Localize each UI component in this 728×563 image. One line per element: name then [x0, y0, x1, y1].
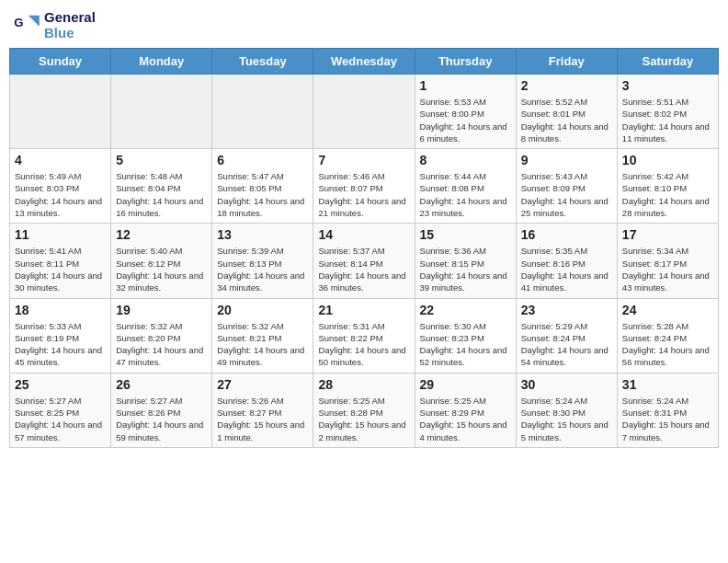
day-info: Sunrise: 5:25 AM Sunset: 8:28 PM Dayligh… [318, 395, 409, 443]
day-of-week-header: Tuesday [212, 49, 313, 75]
day-info: Sunrise: 5:37 AM Sunset: 8:14 PM Dayligh… [318, 245, 409, 293]
day-number: 18 [15, 303, 106, 317]
calendar-header: SundayMondayTuesdayWednesdayThursdayFrid… [10, 49, 719, 75]
day-number: 31 [622, 377, 713, 392]
day-info: Sunrise: 5:29 AM Sunset: 8:24 PM Dayligh… [521, 320, 612, 369]
calendar-cell: 10Sunrise: 5:42 AM Sunset: 8:10 PM Dayli… [617, 149, 718, 224]
calendar-cell: 31Sunrise: 5:24 AM Sunset: 8:31 PM Dayli… [617, 373, 718, 447]
day-number: 20 [217, 303, 308, 317]
day-number: 7 [318, 153, 409, 167]
day-info: Sunrise: 5:51 AM Sunset: 8:02 PM Dayligh… [622, 96, 713, 144]
calendar-cell [111, 75, 212, 149]
calendar-cell [313, 75, 415, 149]
calendar-cell [212, 75, 313, 149]
calendar-cell: 20Sunrise: 5:32 AM Sunset: 8:21 PM Dayli… [212, 298, 313, 373]
page-header: G General Blue [9, 9, 719, 40]
day-of-week-header: Friday [516, 49, 617, 75]
day-info: Sunrise: 5:32 AM Sunset: 8:20 PM Dayligh… [116, 320, 207, 369]
day-info: Sunrise: 5:52 AM Sunset: 8:01 PM Dayligh… [521, 96, 612, 144]
calendar-cell: 25Sunrise: 5:27 AM Sunset: 8:25 PM Dayli… [10, 373, 111, 447]
calendar-week-row: 11Sunrise: 5:41 AM Sunset: 8:11 PM Dayli… [10, 224, 719, 298]
day-of-week-header: Saturday [617, 49, 718, 75]
day-number: 14 [318, 227, 409, 242]
day-number: 28 [318, 377, 409, 392]
day-number: 13 [217, 227, 308, 242]
day-info: Sunrise: 5:34 AM Sunset: 8:17 PM Dayligh… [622, 245, 713, 293]
calendar-cell: 4Sunrise: 5:49 AM Sunset: 8:03 PM Daylig… [10, 149, 111, 224]
logo-text-line2: Blue [44, 25, 96, 40]
calendar-cell: 16Sunrise: 5:35 AM Sunset: 8:16 PM Dayli… [516, 224, 617, 298]
calendar-cell: 6Sunrise: 5:47 AM Sunset: 8:05 PM Daylig… [212, 149, 313, 224]
day-info: Sunrise: 5:36 AM Sunset: 8:15 PM Dayligh… [420, 245, 511, 293]
calendar-cell: 7Sunrise: 5:46 AM Sunset: 8:07 PM Daylig… [313, 149, 415, 224]
day-number: 22 [420, 303, 511, 317]
day-info: Sunrise: 5:28 AM Sunset: 8:24 PM Dayligh… [622, 320, 713, 369]
day-info: Sunrise: 5:39 AM Sunset: 8:13 PM Dayligh… [217, 245, 308, 293]
calendar-cell: 1Sunrise: 5:53 AM Sunset: 8:00 PM Daylig… [415, 75, 516, 149]
calendar-cell: 18Sunrise: 5:33 AM Sunset: 8:19 PM Dayli… [10, 298, 111, 373]
day-info: Sunrise: 5:33 AM Sunset: 8:19 PM Dayligh… [15, 320, 106, 369]
calendar-cell: 27Sunrise: 5:26 AM Sunset: 8:27 PM Dayli… [212, 373, 313, 447]
calendar-cell [10, 75, 111, 149]
day-info: Sunrise: 5:31 AM Sunset: 8:22 PM Dayligh… [318, 320, 409, 369]
calendar-cell: 9Sunrise: 5:43 AM Sunset: 8:09 PM Daylig… [516, 149, 617, 224]
day-of-week-header: Wednesday [313, 49, 415, 75]
calendar-cell: 5Sunrise: 5:48 AM Sunset: 8:04 PM Daylig… [111, 149, 212, 224]
day-number: 16 [521, 227, 612, 242]
calendar-cell: 29Sunrise: 5:25 AM Sunset: 8:29 PM Dayli… [415, 373, 516, 447]
day-info: Sunrise: 5:32 AM Sunset: 8:21 PM Dayligh… [217, 320, 308, 369]
calendar-cell: 26Sunrise: 5:27 AM Sunset: 8:26 PM Dayli… [111, 373, 212, 447]
day-info: Sunrise: 5:48 AM Sunset: 8:04 PM Dayligh… [116, 170, 207, 219]
calendar-cell: 11Sunrise: 5:41 AM Sunset: 8:11 PM Dayli… [10, 224, 111, 298]
day-of-week-header: Sunday [10, 49, 111, 75]
calendar-table: SundayMondayTuesdayWednesdayThursdayFrid… [9, 48, 719, 448]
calendar-cell: 23Sunrise: 5:29 AM Sunset: 8:24 PM Dayli… [516, 298, 617, 373]
day-number: 23 [521, 303, 612, 317]
calendar-cell: 12Sunrise: 5:40 AM Sunset: 8:12 PM Dayli… [111, 224, 212, 298]
calendar-cell: 17Sunrise: 5:34 AM Sunset: 8:17 PM Dayli… [617, 224, 718, 298]
calendar-cell: 30Sunrise: 5:24 AM Sunset: 8:30 PM Dayli… [516, 373, 617, 447]
day-of-week-header: Thursday [415, 49, 516, 75]
day-info: Sunrise: 5:49 AM Sunset: 8:03 PM Dayligh… [15, 170, 106, 219]
day-number: 9 [521, 153, 612, 167]
day-number: 30 [521, 377, 612, 392]
day-number: 6 [217, 153, 308, 167]
day-info: Sunrise: 5:46 AM Sunset: 8:07 PM Dayligh… [318, 170, 409, 219]
day-number: 29 [420, 377, 511, 392]
day-info: Sunrise: 5:43 AM Sunset: 8:09 PM Dayligh… [521, 170, 612, 219]
calendar-cell: 28Sunrise: 5:25 AM Sunset: 8:28 PM Dayli… [313, 373, 415, 447]
calendar-week-row: 25Sunrise: 5:27 AM Sunset: 8:25 PM Dayli… [10, 373, 719, 447]
day-number: 11 [15, 227, 106, 242]
day-number: 21 [318, 303, 409, 317]
calendar-week-row: 18Sunrise: 5:33 AM Sunset: 8:19 PM Dayli… [10, 298, 719, 373]
day-info: Sunrise: 5:35 AM Sunset: 8:16 PM Dayligh… [521, 245, 612, 293]
day-number: 25 [15, 377, 106, 392]
day-number: 24 [622, 303, 713, 317]
calendar-week-row: 4Sunrise: 5:49 AM Sunset: 8:03 PM Daylig… [10, 149, 719, 224]
logo-text-line1: General [44, 9, 96, 25]
day-info: Sunrise: 5:42 AM Sunset: 8:10 PM Dayligh… [622, 170, 713, 219]
day-info: Sunrise: 5:44 AM Sunset: 8:08 PM Dayligh… [420, 170, 511, 219]
day-number: 27 [217, 377, 308, 392]
calendar-cell: 15Sunrise: 5:36 AM Sunset: 8:15 PM Dayli… [415, 224, 516, 298]
header-row: SundayMondayTuesdayWednesdayThursdayFrid… [10, 49, 719, 75]
day-number: 8 [420, 153, 511, 167]
calendar-week-row: 1Sunrise: 5:53 AM Sunset: 8:00 PM Daylig… [10, 75, 719, 149]
day-number: 4 [15, 153, 106, 167]
calendar-cell: 2Sunrise: 5:52 AM Sunset: 8:01 PM Daylig… [516, 75, 617, 149]
day-info: Sunrise: 5:24 AM Sunset: 8:30 PM Dayligh… [521, 395, 612, 443]
day-info: Sunrise: 5:27 AM Sunset: 8:26 PM Dayligh… [116, 395, 207, 443]
day-info: Sunrise: 5:24 AM Sunset: 8:31 PM Dayligh… [622, 395, 713, 443]
day-info: Sunrise: 5:25 AM Sunset: 8:29 PM Dayligh… [420, 395, 511, 443]
day-info: Sunrise: 5:53 AM Sunset: 8:00 PM Dayligh… [420, 96, 511, 144]
day-number: 26 [116, 377, 207, 392]
day-number: 10 [622, 153, 713, 167]
day-number: 2 [521, 78, 612, 93]
day-info: Sunrise: 5:26 AM Sunset: 8:27 PM Dayligh… [217, 395, 308, 443]
day-number: 1 [420, 78, 511, 93]
day-number: 17 [622, 227, 713, 242]
calendar-cell: 3Sunrise: 5:51 AM Sunset: 8:02 PM Daylig… [617, 75, 718, 149]
day-info: Sunrise: 5:47 AM Sunset: 8:05 PM Dayligh… [217, 170, 308, 219]
day-of-week-header: Monday [111, 49, 212, 75]
calendar-cell: 19Sunrise: 5:32 AM Sunset: 8:20 PM Dayli… [111, 298, 212, 373]
